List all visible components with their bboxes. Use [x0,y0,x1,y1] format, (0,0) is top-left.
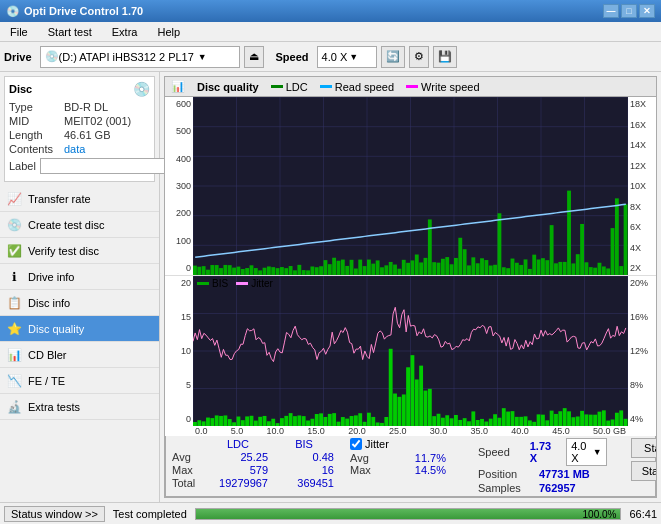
sidebar-item-disc-quality[interactable]: ⭐ Disc quality [0,316,159,342]
maximize-button[interactable]: □ [621,4,637,18]
avg-jitter-label: Avg [350,452,380,464]
sidebar-item-label-cd-bler: CD Bler [28,349,67,361]
read-speed-legend-label: Read speed [335,81,394,93]
total-label: Total [172,477,202,489]
sidebar-item-disc-info[interactable]: 📋 Disc info [0,290,159,316]
sidebar-item-label-verify-test-disc: Verify test disc [28,245,99,257]
jitter-legend-label: Jitter [251,278,273,289]
bottom-chart-wrapper: 20 15 10 5 0 BIS [165,276,656,426]
sidebar-item-label-extra-tests: Extra tests [28,401,80,413]
save-button[interactable]: 💾 [433,46,457,68]
top-chart-canvas [193,97,628,275]
sidebar-item-transfer-rate[interactable]: 📈 Transfer rate [0,186,159,212]
jitter-stats: Jitter Avg 11.7% Max 14.5% [350,438,446,476]
extra-tests-icon: 🔬 [6,399,22,415]
sidebar-item-cd-bler[interactable]: 📊 CD Bler [0,342,159,368]
sidebar-item-create-test-disc[interactable]: 💿 Create test disc [0,212,159,238]
write-speed-legend-color [406,85,418,88]
create-test-disc-icon: 💿 [6,217,22,233]
drive-selector[interactable]: 💿 (D:) ATAPI iHBS312 2 PL17 ▼ [40,46,240,68]
avg-ldc: 25.25 [208,451,268,463]
speed-value: 4.0 X [322,51,348,63]
menubar: File Start test Extra Help [0,22,661,42]
read-speed-legend-color [320,85,332,88]
sidebar-item-extra-tests[interactable]: 🔬 Extra tests [0,394,159,420]
ldc-legend-color [271,85,283,88]
drive-icon: 💿 [45,50,59,63]
menu-extra[interactable]: Extra [106,25,144,39]
speed-selector[interactable]: 4.0 X ▼ [317,46,377,68]
bis-column-header: BIS [274,438,334,450]
start-full-button[interactable]: Start full [631,438,657,458]
drive-dropdown-arrow: ▼ [198,52,207,62]
jitter-checkbox[interactable] [350,438,362,450]
sidebar: Disc 💿 Type BD-R DL MID MEIT02 (001) Len… [0,72,160,502]
refresh-button[interactable]: 🔄 [381,46,405,68]
stats-ldc-bis: LDC BIS Avg 25.25 0.48 Max 579 16 Tota [172,438,334,489]
type-label: Type [9,101,64,113]
sidebar-item-drive-info[interactable]: ℹ Drive info [0,264,159,290]
length-label: Length [9,129,64,141]
mid-label: MID [9,115,64,127]
bottom-chart-legend: BIS Jitter [197,278,273,289]
length-value: 46.61 GB [64,129,110,141]
x-axis-labels: 0.0 5.0 10.0 15.0 20.0 25.0 30.0 35.0 40… [193,426,628,436]
bottom-chart-canvas: BIS Jitter [193,276,628,426]
position-value: 47731 MB [539,468,590,480]
menu-start-test[interactable]: Start test [42,25,98,39]
menu-file[interactable]: File [4,25,34,39]
sidebar-item-fe-te[interactable]: 📉 FE / TE [0,368,159,394]
sidebar-item-label-transfer-rate: Transfer rate [28,193,91,205]
drivebar: Drive 💿 (D:) ATAPI iHBS312 2 PL17 ▼ ⏏ Sp… [0,42,661,72]
transfer-rate-icon: 📈 [6,191,22,207]
charts-container: 600 500 400 300 200 100 0 18X 16X 1 [165,97,656,426]
legend-bis: BIS [197,278,228,289]
start-part-button[interactable]: Start part [631,461,657,481]
stats-bar: LDC BIS Avg 25.25 0.48 Max 579 16 Tota [165,436,656,497]
write-speed-legend-label: Write speed [421,81,480,93]
status-window-button[interactable]: Status window >> [4,506,105,522]
disc-info-panel: Disc 💿 Type BD-R DL MID MEIT02 (001) Len… [4,76,155,182]
drive-value: (D:) ATAPI iHBS312 2 PL17 [59,51,194,63]
menu-help[interactable]: Help [151,25,186,39]
app-icon: 💿 [6,5,20,18]
drive-label: Drive [4,51,32,63]
speed-dropdown[interactable]: 4.0 X ▼ [566,438,606,466]
drive-info-icon: ℹ [6,269,22,285]
sidebar-item-label-drive-info: Drive info [28,271,74,283]
close-button[interactable]: ✕ [639,4,655,18]
label-input[interactable] [40,158,173,174]
sidebar-item-label-fe-te: FE / TE [28,375,65,387]
ldc-legend-label: LDC [286,81,308,93]
speed-dropdown-value: 4.0 X [571,440,591,464]
avg-bis: 0.48 [274,451,334,463]
speed-label: Speed [276,51,309,63]
chart-title: Disc quality [197,81,259,93]
avg-jitter: 11.7% [386,452,446,464]
titlebar: 💿 Opti Drive Control 1.70 — □ ✕ [0,0,661,22]
speed-dropdown-arrow: ▼ [349,52,358,62]
mid-value: MEIT02 (001) [64,115,131,127]
action-buttons: Start full Start part [631,438,657,481]
chart-icon: 📊 [171,80,185,93]
ldc-column-header: LDC [208,438,268,450]
chart-area: 📊 Disc quality LDC Read speed Write spee… [164,76,657,498]
right-stats: Speed 1.73 X 4.0 X ▼ Position 47731 MB S… [478,438,607,494]
total-ldc: 19279967 [208,477,268,489]
fe-te-icon: 📉 [6,373,22,389]
type-value: BD-R DL [64,101,108,113]
position-label: Position [478,468,533,480]
eject-button[interactable]: ⏏ [244,46,264,68]
disc-quality-icon: ⭐ [6,321,22,337]
main-content: Disc 💿 Type BD-R DL MID MEIT02 (001) Len… [0,72,661,502]
progress-bar-fill [196,509,621,519]
minimize-button[interactable]: — [603,4,619,18]
sidebar-item-verify-test-disc[interactable]: ✅ Verify test disc [0,238,159,264]
top-y-axis-left: 600 500 400 300 200 100 0 [165,97,193,275]
bis-legend-color [197,282,209,285]
verify-test-disc-icon: ✅ [6,243,22,259]
progress-bar-container: 100.0% [195,508,622,520]
top-chart [193,97,628,275]
progress-text: 100.0% [583,509,617,521]
settings-button[interactable]: ⚙ [409,46,429,68]
